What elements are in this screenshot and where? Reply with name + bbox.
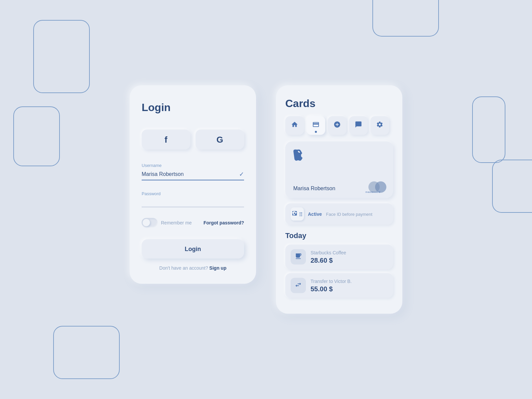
faceid-desc: Face ID before payment [326,212,372,217]
credit-card: Marisa Robertson mastercard [285,142,393,198]
starbucks-icon-wrap [291,249,306,265]
signup-row: Don't have an account? Sign up [142,265,244,271]
password-input-wrap [142,199,244,207]
starbucks-info: Starbucks Coffee 28.60 $ [311,250,346,264]
signup-link[interactable]: Sign up [209,265,226,271]
deco-mid-left [13,106,60,166]
google-button[interactable]: G [196,130,244,150]
social-buttons: f G [142,130,244,150]
toggle-knob [143,219,150,226]
mastercard-text: mastercard [365,191,380,194]
username-input[interactable] [142,171,239,177]
facebook-button[interactable]: f [142,130,190,150]
home-icon [291,121,298,130]
nav-home[interactable] [285,116,304,135]
options-row: Remember me Forgot password? [142,218,244,227]
remember-toggle[interactable] [142,218,158,227]
password-label: Password [142,191,244,196]
faceid-status: Active [308,211,322,217]
login-button[interactable]: Login [142,239,244,259]
deco-mid-right2 [492,160,532,213]
remember-label: Remember me [161,220,192,225]
starbucks-amount: 28.60 $ [311,256,346,264]
deco-mid-right [472,96,505,163]
transfer-name: Transfer to Victor B. [311,278,352,284]
card-holder-name: Marisa Robertson [293,186,335,192]
deco-top-left [33,20,90,93]
deco-top-right [372,0,439,37]
mastercard-logo: mastercard [368,182,386,193]
transfer-info: Transfer to Victor B. 55.00 $ [311,278,352,293]
transaction-starbucks[interactable]: Starbucks Coffee 28.60 $ [285,245,393,269]
google-icon: G [216,134,223,145]
forgot-password-link[interactable]: Forgot password? [203,220,244,225]
cards-title: Cards [285,97,393,110]
password-input[interactable] [142,199,244,205]
nav-add[interactable] [328,116,346,135]
cards-icon [312,121,320,130]
check-icon: ✓ [239,171,244,178]
faceid-row: ⠿ Active Face ID before payment [285,203,393,225]
password-field-group: Password [142,191,244,207]
add-card-icon [333,121,341,130]
svg-point-0 [294,212,296,214]
starbucks-name: Starbucks Coffee [311,250,346,255]
faceid-icon-wrap: ⠿ [291,207,304,221]
login-card: Login f G Username ✓ Password [130,85,256,284]
nav-chat[interactable] [349,116,368,135]
faceid-icon: ⠿ [292,210,303,218]
nav-cards[interactable] [307,116,325,135]
facebook-icon: f [165,134,168,145]
remember-group: Remember me [142,218,192,227]
phones-container: Login f G Username ✓ Password [130,85,402,314]
settings-icon [376,121,383,130]
transaction-transfer[interactable]: Transfer to Victor B. 55.00 $ [285,273,393,298]
faceid-info: Active Face ID before payment [308,211,372,217]
signup-text: Don't have an account? [159,265,208,271]
username-field-group: Username ✓ [142,163,244,181]
username-label: Username [142,163,244,168]
nav-bar [285,116,393,135]
username-input-wrap: ✓ [142,171,244,181]
transfer-icon-wrap [291,278,306,293]
nav-dot [315,131,317,133]
transfer-icon [295,281,302,290]
deco-bottom-left [53,326,120,379]
login-title: Login [142,101,244,114]
transfer-amount: 55.00 $ [311,285,352,293]
today-label: Today [285,231,393,240]
coffee-icon [295,252,302,261]
chat-icon [355,121,362,130]
cards-card: Cards [276,85,402,314]
apple-logo [293,150,385,163]
nav-settings[interactable] [370,116,389,135]
